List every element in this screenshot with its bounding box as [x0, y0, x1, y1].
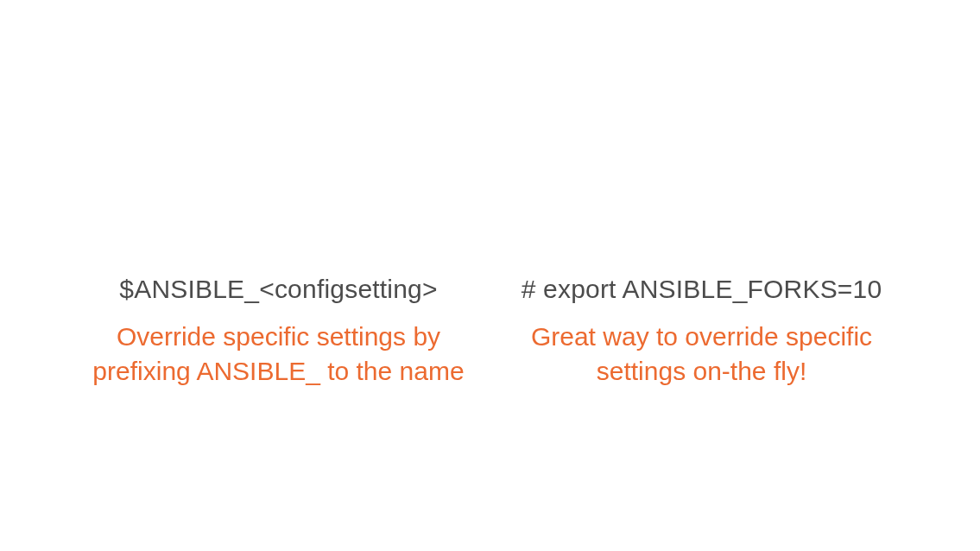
- heading-left: $ANSIBLE_<configsetting>: [80, 275, 477, 304]
- description-right: Great way to override specific settings …: [503, 320, 901, 390]
- column-right: # export ANSIBLE_FORKS=10 Great way to o…: [503, 275, 901, 390]
- heading-right: # export ANSIBLE_FORKS=10: [503, 275, 901, 304]
- two-column-layout: $ANSIBLE_<configsetting> Override specif…: [0, 275, 980, 390]
- description-left: Override specific settings by prefixing …: [80, 320, 477, 390]
- column-left: $ANSIBLE_<configsetting> Override specif…: [80, 275, 477, 390]
